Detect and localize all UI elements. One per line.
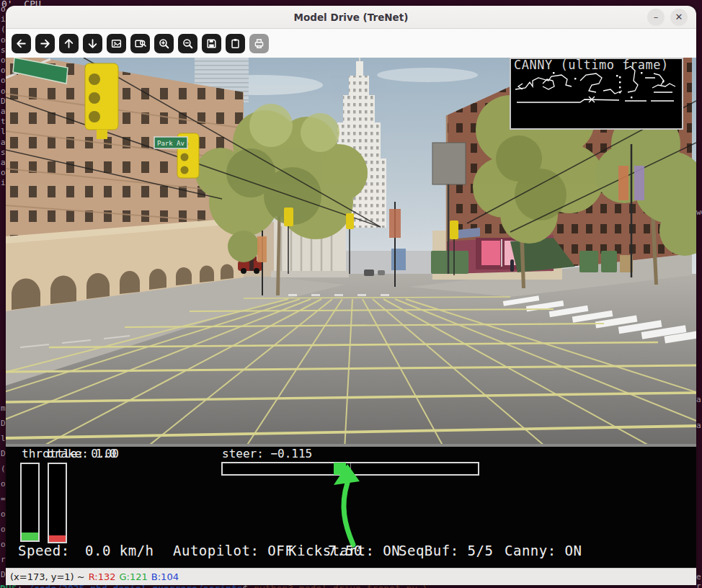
zoom-in-button[interactable]: [154, 34, 174, 53]
speed-value: 0.0 km/h: [85, 543, 154, 558]
save-image-button[interactable]: [202, 34, 221, 53]
pan-left-button[interactable]: [12, 34, 31, 53]
steer-arrow-icon: [320, 464, 372, 549]
kickstart-timer-overlay: 7.50: [328, 543, 363, 558]
printer-icon: [253, 37, 265, 50]
pan-right-button[interactable]: [35, 34, 55, 53]
titlebar[interactable]: Model Drive (TreNet) – ✕: [6, 6, 696, 29]
arrow-right-icon: [39, 37, 51, 50]
simulator-image-view[interactable]: Park Av: [6, 58, 696, 568]
autopilot-status: Autopilot: OFF: [173, 543, 293, 558]
pixel-red-value: R:132: [89, 571, 116, 582]
brake-bar: [48, 463, 67, 543]
zoom-selection-button[interactable]: [130, 34, 150, 53]
image-icon: [110, 37, 123, 50]
properties-window-button[interactable]: [249, 34, 269, 53]
canny-status: Canny: ON: [505, 543, 582, 558]
pixel-coordinates: (x=173, y=1) ~: [10, 571, 85, 582]
terminal-left-column-top: o i ( o s o o o o D a t l a s a o i: [1, 4, 6, 189]
minimize-button[interactable]: –: [647, 9, 665, 26]
terminal-right-char: a: [696, 421, 701, 430]
street-sign-text: Park Av: [157, 140, 185, 147]
pixel-blue-value: B:104: [151, 571, 179, 582]
zoom-out-icon: [182, 37, 194, 50]
app-window: Model Drive (TreNet) – ✕: [6, 6, 696, 585]
canny-inset: CANNY (ultimo frame): [510, 58, 683, 130]
throttle-bar: [20, 463, 40, 542]
statusbar: (x=173, y=1) ~ R:132 G:121 B:104: [6, 568, 696, 585]
zoom-out-button[interactable]: [178, 34, 197, 53]
image-magnifier-icon: [134, 37, 146, 50]
pan-down-button[interactable]: [83, 34, 102, 53]
zoom-in-icon: [158, 37, 170, 50]
brake-label: brake: 1.0: [47, 447, 116, 460]
speed-label: Speed:: [18, 543, 70, 558]
pixel-green-value: G:121: [120, 571, 148, 582]
terminal-right-char: wo: [696, 208, 702, 217]
steer-label: steer: −0.115: [222, 447, 312, 460]
zoom-reset-button[interactable]: [107, 34, 126, 53]
window-title: Model Drive (TreNet): [6, 6, 696, 29]
clipboard-icon: [229, 37, 241, 50]
pan-up-button[interactable]: [59, 34, 79, 53]
seqbuf-status: SeqBuf: 5/5: [399, 543, 493, 558]
toolbar: [6, 29, 696, 58]
close-button[interactable]: ✕: [670, 9, 688, 26]
brake-fill: [49, 535, 66, 542]
hud: throttle: 0.00 brake: 1.0 steer: −0.115 …: [6, 447, 696, 568]
canny-inset-label: CANNY (ultimo frame): [514, 58, 669, 72]
arrow-up-icon: [63, 37, 75, 50]
arrow-down-icon: [86, 37, 99, 50]
throttle-fill: [22, 533, 38, 540]
save-icon: [205, 37, 218, 50]
copy-clipboard-button[interactable]: [226, 34, 245, 53]
arrow-left-icon: [15, 37, 27, 50]
terminal-right-char: a: [696, 395, 701, 404]
